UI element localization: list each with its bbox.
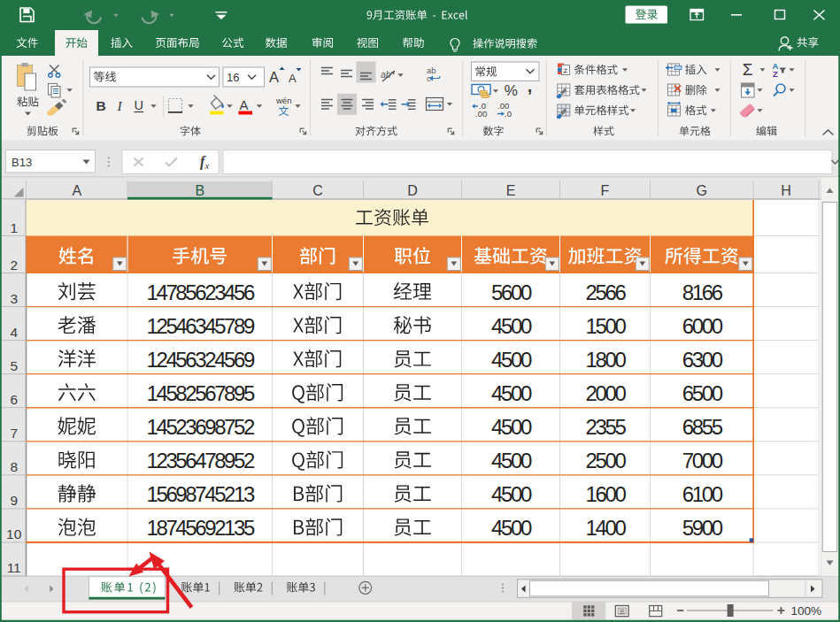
svg-text:,: , [528, 76, 533, 96]
svg-text:1800: 1800 [586, 348, 627, 372]
svg-text:12546345789: 12546345789 [147, 314, 255, 338]
svg-text:8166: 8166 [682, 280, 723, 304]
svg-text:C: C [312, 183, 323, 198]
svg-text:.0: .0 [505, 109, 512, 119]
svg-text:12356478952: 12356478952 [147, 449, 255, 472]
svg-text:6855: 6855 [682, 415, 723, 439]
svg-text:11: 11 [7, 560, 21, 575]
svg-text:8: 8 [10, 459, 18, 474]
svg-text:G: G [697, 183, 707, 198]
svg-text:9: 9 [10, 493, 18, 508]
svg-text:6500: 6500 [682, 381, 723, 405]
svg-text:18745692135: 18745692135 [147, 516, 255, 540]
svg-text:4500: 4500 [491, 449, 532, 472]
svg-text:E: E [506, 183, 516, 198]
svg-text:2: 2 [10, 257, 18, 273]
svg-text:wén: wén [275, 96, 291, 105]
svg-text:%: % [505, 82, 518, 99]
svg-text:2566: 2566 [586, 280, 627, 304]
svg-text:2500: 2500 [586, 449, 627, 472]
svg-text:10: 10 [6, 526, 22, 541]
svg-text:14523698752: 14523698752 [147, 415, 255, 439]
svg-text:A: A [289, 72, 297, 85]
svg-text:F: F [601, 183, 610, 198]
svg-text:1400: 1400 [586, 516, 627, 540]
svg-text:100%: 100% [790, 604, 821, 618]
svg-text:4500: 4500 [491, 348, 532, 372]
svg-text:6: 6 [10, 392, 18, 407]
svg-text:≠: ≠ [564, 66, 568, 75]
svg-text:A: A [72, 183, 81, 198]
svg-text:4500: 4500 [491, 482, 532, 506]
svg-text:B: B [96, 98, 106, 113]
svg-text:2355: 2355 [586, 415, 627, 439]
svg-text:7: 7 [10, 426, 18, 441]
svg-text:5: 5 [10, 358, 18, 373]
svg-text:4500: 4500 [491, 314, 532, 338]
svg-text:Z: Z [773, 69, 778, 79]
svg-text:7000: 7000 [682, 449, 723, 472]
svg-text:H: H [781, 183, 791, 198]
svg-text:15698745213: 15698745213 [147, 482, 255, 506]
svg-text:.00: .00 [475, 109, 487, 119]
svg-text:5600: 5600 [491, 280, 532, 304]
svg-text:D: D [407, 183, 418, 198]
svg-text:A: A [269, 69, 279, 85]
svg-text:14785623456: 14785623456 [147, 280, 255, 304]
svg-text:6100: 6100 [682, 482, 723, 506]
svg-text:Σ: Σ [743, 60, 753, 79]
svg-text:16: 16 [227, 71, 239, 84]
svg-text:12456324569: 12456324569 [147, 348, 255, 372]
svg-text:B13: B13 [12, 156, 32, 169]
svg-text:2000: 2000 [586, 381, 627, 405]
svg-text:x: x [204, 161, 210, 171]
svg-text:14582567895: 14582567895 [147, 381, 255, 405]
svg-text:4500: 4500 [491, 381, 532, 405]
svg-text:1500: 1500 [586, 314, 627, 338]
svg-text:1: 1 [10, 220, 18, 235]
svg-text:4500: 4500 [491, 415, 532, 439]
svg-text:5900: 5900 [682, 516, 723, 540]
svg-text:4500: 4500 [491, 516, 532, 540]
svg-text:6000: 6000 [682, 314, 723, 338]
svg-text:B: B [195, 183, 204, 198]
svg-text:6300: 6300 [682, 348, 723, 372]
svg-text:U: U [135, 98, 143, 112]
svg-text:4: 4 [10, 325, 18, 340]
svg-text:3: 3 [10, 291, 18, 306]
svg-text:A: A [240, 97, 249, 112]
svg-text:1600: 1600 [586, 482, 627, 506]
svg-text:I: I [117, 98, 123, 113]
